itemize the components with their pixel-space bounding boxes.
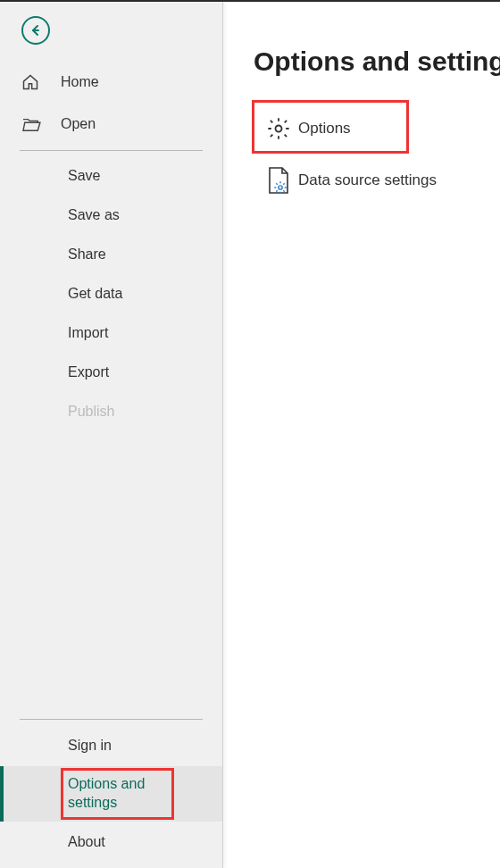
nav-sign-in[interactable]: Sign in [0,725,222,766]
file-menu-sidebar: Home Open Save Save as Share [0,2,223,868]
option-options[interactable]: Options [254,104,500,154]
nav-label: Export [68,364,109,380]
nav-label: Save [68,168,100,184]
file-gear-icon [266,166,291,195]
gear-icon [266,116,291,141]
nav-home[interactable]: Home [0,61,222,104]
page-title: Options and settings [254,46,500,77]
active-indicator [0,766,4,822]
nav-label: Sign in [68,738,112,754]
nav-save[interactable]: Save [0,156,222,196]
divider [20,150,203,151]
nav-label: Publish [68,404,114,420]
nav-share[interactable]: Share [0,235,222,274]
option-label: Options [298,120,351,138]
nav-label: Options and settings [68,775,187,813]
option-label: Data source settings [298,171,437,189]
nav-about[interactable]: About [0,822,222,863]
nav-label: Open [61,116,96,132]
nav-label: Save as [68,207,120,223]
divider [20,719,203,720]
main-panel: Options and settings Options [223,2,500,868]
nav-label: Home [61,74,99,90]
back-button[interactable] [21,16,50,45]
nav-label: Import [68,325,108,341]
svg-point-0 [276,126,282,132]
option-data-source-settings[interactable]: Data source settings [254,154,500,207]
arrow-left-icon [29,23,43,38]
nav-publish: Publish [0,392,222,431]
nav-label: Share [68,246,106,263]
nav-options-and-settings[interactable]: Options and settings [0,766,222,822]
home-icon [21,73,39,91]
svg-point-1 [279,186,282,189]
folder-open-icon [21,116,41,132]
nav-get-data[interactable]: Get data [0,274,222,313]
nav-open[interactable]: Open [0,104,222,145]
nav-import[interactable]: Import [0,313,222,353]
nav-export[interactable]: Export [0,353,222,392]
nav-label: Get data [68,286,122,302]
nav-label: About [68,834,105,850]
nav-save-as[interactable]: Save as [0,196,222,235]
